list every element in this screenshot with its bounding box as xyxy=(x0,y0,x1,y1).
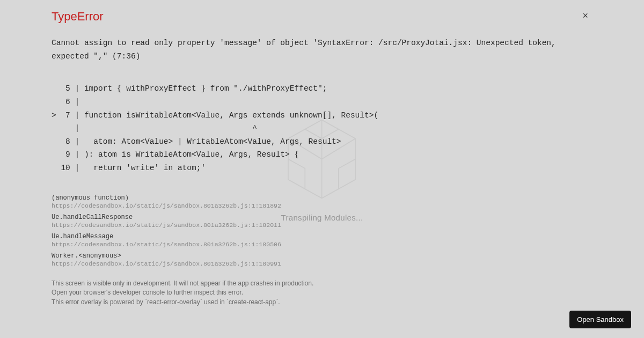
error-message: Cannot assign to read only property 'mes… xyxy=(52,36,590,63)
stack-location: https://codesandbox.io/static/js/sandbox… xyxy=(52,241,590,248)
footer-line: This screen is visible only in developme… xyxy=(52,279,590,288)
stack-frame: Ue.handleCallResponse https://codesandbo… xyxy=(52,214,590,229)
footer-line: This error overlay is powered by `react-… xyxy=(52,298,590,307)
stack-frame: (anonymous function) https://codesandbox… xyxy=(52,194,590,209)
stack-frame: Ue.handleMessage https://codesandbox.io/… xyxy=(52,233,590,248)
stack-function: Worker.<anonymous> xyxy=(52,252,590,260)
stack-function: Ue.handleCallResponse xyxy=(52,214,590,221)
footer-note: This screen is visible only in developme… xyxy=(52,279,590,307)
error-code-block: 5 | import { withProxyEffect } from "./w… xyxy=(52,82,590,174)
footer-line: Open your browser's developer console to… xyxy=(52,288,590,297)
stack-location: https://codesandbox.io/static/js/sandbox… xyxy=(52,202,590,209)
stack-function: Ue.handleMessage xyxy=(52,233,590,240)
stack-location: https://codesandbox.io/static/js/sandbox… xyxy=(52,260,590,267)
open-sandbox-button[interactable]: Open Sandbox xyxy=(569,311,631,328)
close-icon[interactable]: × xyxy=(580,10,590,21)
stack-trace: (anonymous function) https://codesandbox… xyxy=(52,194,590,267)
error-overlay: TypeError × Cannot assign to read only p… xyxy=(0,0,644,338)
stack-location: https://codesandbox.io/static/js/sandbox… xyxy=(52,222,590,229)
error-header: TypeError × xyxy=(52,10,590,24)
stack-function: (anonymous function) xyxy=(52,194,590,202)
error-title: TypeError xyxy=(52,10,104,24)
stack-frame: Worker.<anonymous> https://codesandbox.i… xyxy=(52,252,590,267)
